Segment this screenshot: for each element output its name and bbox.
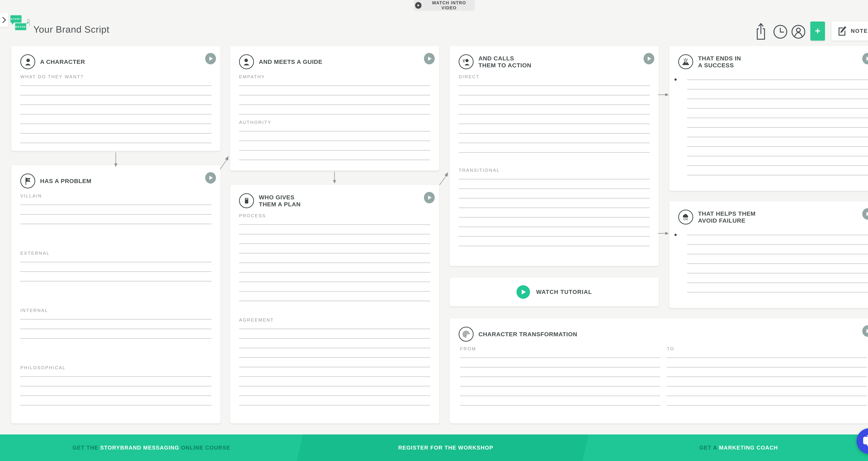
writing-line[interactable] [239,225,430,234]
writing-line[interactable] [687,80,868,90]
writing-line[interactable] [460,396,660,406]
writing-line[interactable] [460,358,660,367]
writing-line[interactable] [239,105,430,114]
writing-line[interactable] [20,320,212,329]
writing-line[interactable] [687,229,868,235]
play-video-button[interactable] [862,208,868,220]
writing-line[interactable] [459,218,650,227]
writing-line[interactable] [459,198,650,208]
writing-line[interactable] [459,124,650,134]
writing-line[interactable] [239,367,430,377]
sidebar-toggle-button[interactable] [0,13,8,27]
writing-line[interactable] [459,114,650,124]
play-video-button[interactable] [644,53,654,64]
writing-line[interactable] [667,387,867,396]
writing-line[interactable] [459,227,650,237]
writing-line[interactable] [239,386,430,396]
writing-line[interactable] [667,396,867,406]
writing-line[interactable] [239,86,430,95]
writing-line[interactable] [239,358,430,367]
play-video-button[interactable] [424,192,435,203]
writing-line[interactable] [687,245,868,254]
writing-line[interactable] [459,179,650,189]
writing-line[interactable] [460,351,660,358]
writing-line[interactable] [20,377,212,386]
writing-line[interactable] [239,263,430,272]
footer-link-online-course[interactable]: GET THE STORYBRAND MESSAGING ONLINE COUR… [0,434,303,461]
writing-line[interactable] [687,109,868,118]
writing-line[interactable] [687,147,868,156]
writing-line[interactable] [239,339,430,348]
writing-line[interactable] [460,377,660,387]
writing-line[interactable] [687,156,868,166]
writing-line[interactable] [20,114,212,124]
writing-line[interactable] [20,396,212,405]
writing-line[interactable] [239,234,430,244]
writing-line[interactable] [667,351,867,358]
notepad-button[interactable]: NOTEPAD [832,22,868,41]
share-button[interactable] [755,22,766,41]
writing-line[interactable] [687,128,868,137]
writing-line[interactable] [239,125,430,132]
writing-line[interactable] [687,73,868,80]
account-button[interactable] [791,24,806,39]
writing-line[interactable] [239,151,430,160]
writing-line[interactable] [20,205,212,215]
writing-line[interactable] [459,173,650,179]
writing-line[interactable] [687,118,868,128]
history-button[interactable] [773,24,788,39]
writing-line[interactable] [687,254,868,264]
writing-line[interactable] [20,386,212,396]
writing-line[interactable] [460,387,660,396]
writing-line[interactable] [667,377,867,387]
writing-line[interactable] [239,254,430,263]
writing-line[interactable] [239,272,430,282]
writing-line[interactable] [239,282,430,292]
writing-line[interactable] [459,105,650,114]
writing-line[interactable] [239,322,430,329]
writing-line[interactable] [20,313,212,320]
writing-line[interactable] [20,134,212,143]
writing-line[interactable] [20,79,212,86]
writing-line[interactable] [459,86,650,95]
writing-line[interactable] [239,396,430,405]
writing-line[interactable] [687,166,868,175]
writing-line[interactable] [239,141,430,151]
writing-line[interactable] [20,95,212,105]
writing-line[interactable] [459,79,650,86]
writing-line[interactable] [459,237,650,246]
writing-line[interactable] [20,256,212,262]
writing-line[interactable] [239,132,430,141]
writing-line[interactable] [20,329,212,339]
writing-line[interactable] [20,105,212,114]
writing-line[interactable] [460,367,660,377]
writing-line[interactable] [20,272,212,282]
writing-line[interactable] [20,262,212,272]
writing-line[interactable] [687,99,868,109]
writing-line[interactable] [239,348,430,358]
writing-line[interactable] [667,367,867,377]
writing-line[interactable] [239,292,430,301]
footer-link-workshop[interactable]: REGISTER FOR THE WORKSHOP [303,434,589,461]
writing-line[interactable] [687,264,868,273]
writing-line[interactable] [20,370,212,377]
writing-line[interactable] [459,134,650,143]
writing-line[interactable] [239,244,430,254]
writing-line[interactable] [459,208,650,218]
writing-line[interactable] [687,283,868,293]
play-video-button[interactable] [862,325,868,337]
play-video-button[interactable] [862,53,868,64]
add-brandscript-button[interactable]: + [810,22,825,41]
writing-line[interactable] [667,358,867,367]
writing-line[interactable] [687,90,868,99]
writing-line[interactable] [459,189,650,198]
play-video-button[interactable] [205,53,216,64]
writing-line[interactable] [20,124,212,134]
play-video-button[interactable] [424,53,435,64]
writing-line[interactable] [20,198,212,205]
writing-line[interactable] [459,143,650,153]
writing-line[interactable] [239,95,430,105]
writing-line[interactable] [687,137,868,147]
writing-line[interactable] [239,329,430,339]
writing-line[interactable] [239,79,430,86]
